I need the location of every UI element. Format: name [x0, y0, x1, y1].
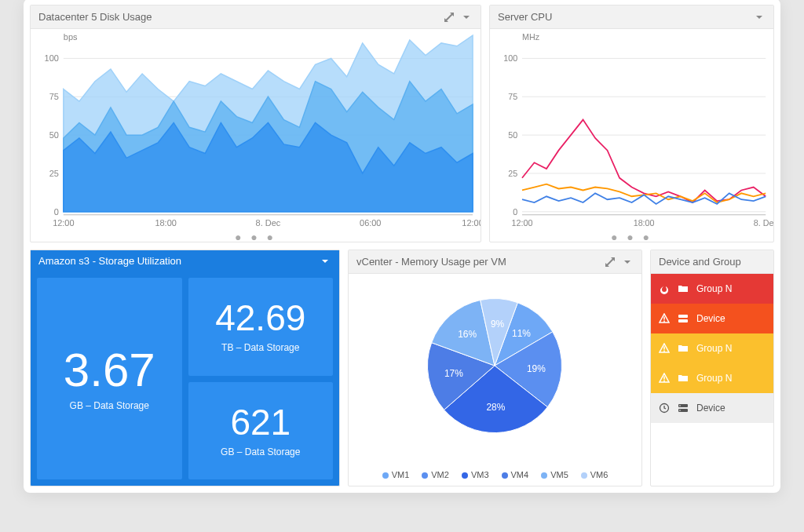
- legend-label: VM2: [431, 470, 449, 479]
- panel-s3: Amazon s3 - Storage Utilization 3.67 GB …: [30, 250, 340, 486]
- svg-text:100: 100: [503, 53, 517, 63]
- legend-label: VM3: [471, 470, 489, 479]
- svg-text:8. Dec: 8. Dec: [754, 218, 773, 228]
- server-icon: [678, 313, 689, 324]
- s3-tile: 621 GB – Data Storage: [188, 382, 334, 479]
- fire-icon: [659, 283, 670, 294]
- list-item[interactable]: Device: [651, 304, 773, 333]
- list-item[interactable]: Group N: [651, 333, 773, 363]
- warn-icon: [659, 343, 670, 354]
- legend-label: VM6: [590, 470, 608, 479]
- chevron-down-icon[interactable]: [319, 255, 331, 268]
- panel-server-cpu: Server CPU MHz025507510012:0018:008. Dec…: [489, 5, 774, 242]
- panel-title: Datacenter 5 Disk Usage: [38, 11, 438, 23]
- drag-handle-icon[interactable]: ● ● ●: [490, 231, 773, 242]
- svg-text:bps: bps: [64, 32, 78, 42]
- expand-icon[interactable]: [443, 11, 455, 24]
- svg-text:11%: 11%: [512, 328, 531, 339]
- stat-label: TB – Data Storage: [221, 342, 299, 353]
- stat-value: 621: [230, 404, 291, 440]
- svg-text:12:00: 12:00: [462, 218, 481, 228]
- legend-item: VM5: [541, 470, 568, 479]
- memory-pie-chart: 11%19%28%17%16%9%: [349, 274, 641, 465]
- chevron-down-icon[interactable]: [753, 11, 766, 24]
- svg-text:16%: 16%: [458, 329, 477, 340]
- svg-point-46: [679, 410, 681, 411]
- warn-icon: [659, 373, 670, 384]
- stat-value: 42.69: [215, 300, 305, 336]
- device-group-list: Group N Device Group N Group N Device: [651, 274, 773, 423]
- list-item[interactable]: Group N: [651, 363, 773, 393]
- swatch-icon: [422, 472, 428, 479]
- panel-header: Server CPU: [490, 5, 773, 29]
- panel-title: Amazon s3 - Storage Utilization: [38, 255, 314, 267]
- svg-text:28%: 28%: [486, 402, 505, 413]
- chevron-down-icon[interactable]: [460, 11, 473, 24]
- legend-item: VM1: [382, 470, 410, 479]
- svg-text:18:00: 18:00: [155, 218, 176, 228]
- panel-header: vCenter - Memory Usage per VM: [349, 250, 641, 274]
- folder-icon: [678, 283, 689, 294]
- legend-label: VM5: [550, 470, 568, 479]
- panel-header: Datacenter 5 Disk Usage: [31, 5, 481, 29]
- svg-point-45: [679, 405, 681, 406]
- stat-value: 3.67: [64, 347, 155, 394]
- swatch-icon: [581, 472, 587, 479]
- panel-memory: vCenter - Memory Usage per VM 11%19%28%1…: [348, 250, 642, 486]
- pie-legend: VM1VM2VM3VM4VM5VM6: [349, 465, 641, 486]
- svg-text:18:00: 18:00: [634, 218, 655, 228]
- row-label: Group N: [696, 343, 732, 354]
- panel-title: vCenter - Memory Usage per VM: [356, 256, 599, 268]
- cpu-chart: MHz025507510012:0018:008. Dec: [490, 29, 773, 231]
- legend-label: VM1: [392, 470, 410, 479]
- s3-tile: 3.67 GB – Data Storage: [37, 278, 182, 479]
- svg-text:50: 50: [49, 130, 59, 140]
- svg-text:25: 25: [508, 169, 517, 178]
- svg-text:12:00: 12:00: [512, 218, 533, 228]
- svg-text:19%: 19%: [527, 363, 546, 374]
- legend-label: VM4: [511, 470, 529, 479]
- svg-text:75: 75: [508, 92, 517, 101]
- disk-chart: bps025507510012:0018:008. Dec06:0012:00: [31, 29, 481, 231]
- svg-point-40: [679, 315, 681, 317]
- stat-label: GB – Data Storage: [70, 400, 149, 411]
- list-item[interactable]: Device: [651, 393, 773, 423]
- legend-item: VM6: [581, 470, 608, 479]
- svg-text:0: 0: [54, 207, 59, 217]
- folder-icon: [678, 343, 689, 354]
- panel-header: Amazon s3 - Storage Utilization: [31, 250, 339, 271]
- row-label: Group N: [696, 283, 732, 294]
- s3-tile: 42.69 TB – Data Storage: [188, 278, 334, 375]
- svg-text:17%: 17%: [444, 368, 463, 379]
- svg-text:100: 100: [45, 53, 59, 63]
- swatch-icon: [541, 472, 547, 479]
- swatch-icon: [462, 472, 468, 479]
- panel-device-group: Device and Group Group N Device Group N …: [650, 250, 774, 486]
- swatch-icon: [502, 472, 508, 479]
- svg-text:9%: 9%: [491, 319, 505, 330]
- panel-header: Device and Group: [651, 250, 773, 274]
- warn-icon: [659, 313, 670, 324]
- svg-text:50: 50: [508, 130, 517, 140]
- legend-item: VM2: [422, 470, 449, 479]
- s3-stat-grid: 3.67 GB – Data Storage 42.69 TB – Data S…: [31, 271, 339, 486]
- legend-item: VM3: [462, 470, 489, 479]
- row-label: Device: [696, 313, 725, 324]
- svg-text:0: 0: [513, 207, 517, 217]
- list-item[interactable]: Group N: [651, 274, 773, 304]
- legend-item: VM4: [502, 470, 529, 479]
- drag-handle-icon[interactable]: ● ● ●: [31, 231, 481, 242]
- dashboard: Datacenter 5 Disk Usage bps025507510012:…: [24, 0, 780, 493]
- svg-text:25: 25: [49, 169, 59, 178]
- svg-text:12:00: 12:00: [53, 218, 74, 228]
- svg-point-41: [679, 320, 681, 322]
- svg-text:75: 75: [49, 92, 59, 101]
- chevron-down-icon[interactable]: [621, 256, 634, 268]
- folder-icon: [678, 373, 689, 384]
- row-label: Device: [696, 403, 725, 414]
- server-icon: [678, 403, 689, 414]
- expand-icon[interactable]: [604, 256, 616, 268]
- clock-icon: [659, 403, 670, 414]
- swatch-icon: [382, 472, 389, 479]
- svg-text:MHz: MHz: [522, 32, 540, 42]
